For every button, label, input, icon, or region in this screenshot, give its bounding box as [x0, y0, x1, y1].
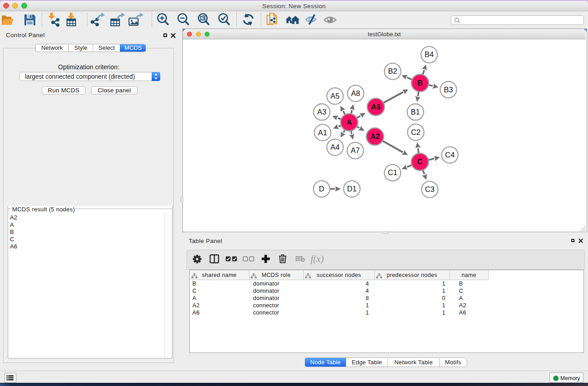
svg-text:B3: B3	[444, 86, 453, 94]
svg-text:A3: A3	[317, 108, 326, 116]
svg-text:B2: B2	[388, 67, 397, 75]
svg-text:A6: A6	[371, 103, 381, 111]
svg-text:C: C	[417, 157, 423, 166]
svg-text:B: B	[417, 79, 423, 87]
svg-text:A2: A2	[370, 132, 380, 140]
svg-text:A7: A7	[351, 146, 360, 154]
svg-text:B1: B1	[411, 108, 420, 116]
svg-text:A1: A1	[318, 129, 327, 137]
svg-text:A4: A4	[330, 143, 339, 151]
svg-text:C1: C1	[388, 168, 397, 176]
svg-text:A8: A8	[351, 89, 360, 97]
svg-text:D: D	[319, 185, 325, 193]
svg-text:C3: C3	[425, 185, 435, 193]
svg-text:B4: B4	[425, 50, 434, 58]
svg-text:C2: C2	[411, 128, 421, 136]
svg-text:C4: C4	[445, 151, 454, 159]
svg-text:D1: D1	[347, 185, 357, 193]
svg-text:A: A	[347, 118, 352, 126]
svg-text:A5: A5	[330, 92, 339, 100]
